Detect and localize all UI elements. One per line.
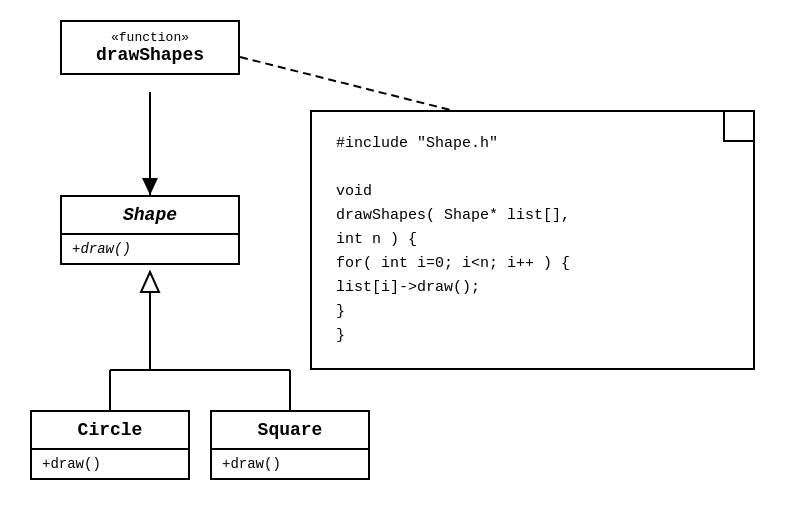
- code-line-4: drawShapes( Shape* list[],: [336, 204, 729, 228]
- uml-diagram: «function» drawShapes Shape +draw() Circ…: [0, 0, 800, 517]
- code-line-5: int n ) {: [336, 228, 729, 252]
- code-snippet-box: #include "Shape.h" void drawShapes( Shap…: [310, 110, 755, 370]
- square-draw-method: +draw(): [212, 450, 368, 478]
- square-class-name: Square: [212, 412, 368, 450]
- circle-class-name: Circle: [32, 412, 188, 450]
- code-line-7: list[i]->draw();: [336, 276, 729, 300]
- code-line-9: }: [336, 324, 729, 348]
- shape-class-box: Shape +draw(): [60, 195, 240, 265]
- shape-draw-method: +draw(): [62, 235, 238, 263]
- square-class-box: Square +draw(): [210, 410, 370, 480]
- code-line-2: [336, 156, 729, 180]
- circle-class-box: Circle +draw(): [30, 410, 190, 480]
- svg-marker-3: [142, 178, 158, 195]
- function-name: drawShapes: [72, 45, 228, 65]
- code-line-6: for( int i=0; i<n; i++ ) {: [336, 252, 729, 276]
- code-line-8: }: [336, 300, 729, 324]
- function-box: «function» drawShapes: [60, 20, 240, 75]
- shape-class-name: Shape: [62, 197, 238, 235]
- circle-draw-method: +draw(): [32, 450, 188, 478]
- stereotype-label: «function»: [72, 30, 228, 45]
- code-line-1: #include "Shape.h": [336, 132, 729, 156]
- code-line-3: void: [336, 180, 729, 204]
- svg-marker-8: [141, 272, 159, 292]
